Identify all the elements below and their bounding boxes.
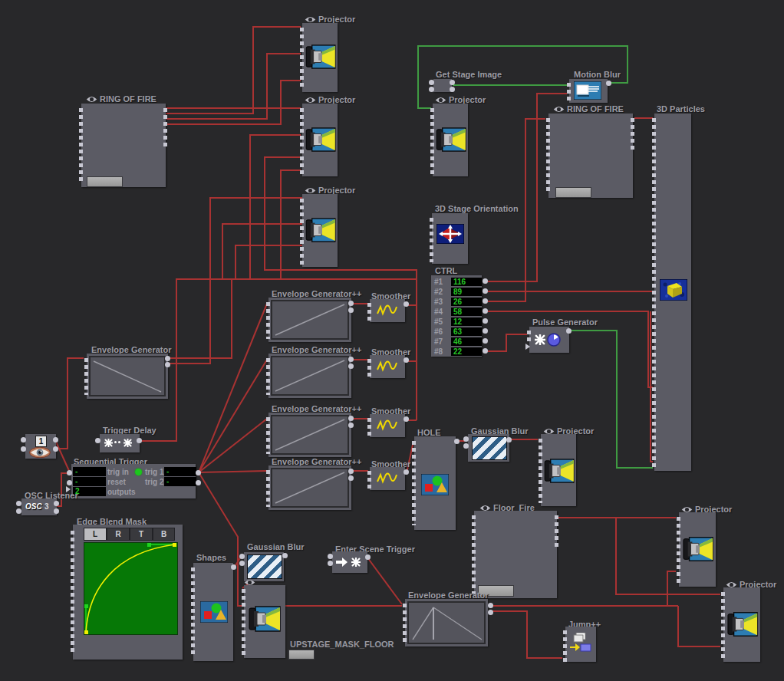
node-smoother-3[interactable] <box>370 414 405 437</box>
output-port[interactable] <box>483 278 488 284</box>
node-edge-blend-mask[interactable]: L R T B <box>73 525 183 660</box>
input-ports[interactable] <box>367 416 372 436</box>
ctrl-channel-value[interactable]: 26 <box>451 298 482 306</box>
node-envelope-generator-pp-2[interactable] <box>268 354 351 398</box>
input-ports[interactable] <box>299 26 305 90</box>
trig-in-value[interactable]: - <box>73 467 106 476</box>
output-port[interactable] <box>54 508 59 514</box>
node-osc-listener[interactable]: OSC 3 <box>21 498 57 515</box>
input-ports[interactable] <box>562 629 568 662</box>
node-sequential-trigger[interactable]: - trig in trig 1 - - reset trig 2 - 2 ou… <box>71 464 196 498</box>
output-port[interactable] <box>231 564 236 570</box>
node-3d-stage-orientation[interactable] <box>432 213 468 264</box>
output-port[interactable] <box>365 554 371 560</box>
output-port[interactable] <box>165 356 170 361</box>
input-ports[interactable] <box>367 301 372 321</box>
input-port[interactable] <box>429 80 434 85</box>
node-hole[interactable] <box>414 436 456 530</box>
trig2-value[interactable]: - <box>164 477 196 486</box>
input-ports[interactable] <box>545 117 551 193</box>
output-port[interactable] <box>454 439 460 444</box>
node-scene-number[interactable]: 1 <box>25 434 56 459</box>
blend-curve-editor[interactable] <box>84 542 178 635</box>
node-floor-fire[interactable] <box>474 511 557 598</box>
node-projector-3[interactable] <box>302 194 338 267</box>
input-ports[interactable] <box>190 566 196 656</box>
osc-channel-value[interactable]: 3 <box>44 502 49 512</box>
input-ports[interactable] <box>78 107 84 181</box>
ctrl-channel-value[interactable]: 22 <box>451 347 482 356</box>
envelope-graph[interactable] <box>89 356 166 396</box>
ctrl-channel-value[interactable]: 63 <box>451 327 482 336</box>
input-ports[interactable] <box>84 357 89 395</box>
input-ports[interactable] <box>402 602 407 643</box>
input-port[interactable] <box>16 508 21 514</box>
output-port[interactable] <box>483 308 488 314</box>
output-port[interactable] <box>348 423 354 428</box>
ctrl-channel-value[interactable]: 46 <box>451 337 482 346</box>
node-shapes[interactable] <box>193 563 233 661</box>
output-ports[interactable] <box>554 514 559 548</box>
output-port[interactable] <box>606 81 611 86</box>
output-port[interactable] <box>566 328 572 334</box>
output-port[interactable] <box>404 469 409 475</box>
output-port[interactable] <box>404 301 409 307</box>
envelope-graph[interactable] <box>271 300 349 340</box>
input-ports[interactable] <box>430 107 435 174</box>
patch-editor-canvas[interactable]: RING OF FIRE Projector Projector Project… <box>0 0 784 681</box>
input-ports[interactable] <box>299 197 305 265</box>
node-projector-4[interactable] <box>433 104 468 176</box>
node-jump-pp[interactable] <box>565 627 596 662</box>
node-enter-scene-trigger[interactable] <box>332 551 367 573</box>
node-smoother-1[interactable] <box>370 299 405 322</box>
output-port[interactable] <box>53 446 58 452</box>
input-ports[interactable] <box>265 469 271 507</box>
tab-bottom[interactable]: B <box>153 528 175 541</box>
tab-right[interactable]: R <box>107 528 130 541</box>
trigger-input-port[interactable] <box>525 344 530 350</box>
output-port[interactable] <box>348 308 354 313</box>
input-port[interactable] <box>239 561 245 566</box>
input-port[interactable] <box>67 480 72 485</box>
node-envelope-generator-bottom[interactable] <box>405 599 488 646</box>
input-ports[interactable] <box>70 529 75 655</box>
input-ports[interactable] <box>429 216 434 262</box>
envelope-graph[interactable] <box>271 356 349 396</box>
input-ports[interactable] <box>526 329 532 342</box>
input-port[interactable] <box>463 443 469 449</box>
node-projector-6[interactable] <box>679 512 716 587</box>
output-port[interactable] <box>348 301 354 306</box>
input-port[interactable] <box>21 446 26 452</box>
output-port[interactable] <box>506 437 512 442</box>
ctrl-channel-value[interactable]: 12 <box>451 317 482 326</box>
output-port[interactable] <box>348 416 354 421</box>
output-port[interactable] <box>483 338 488 344</box>
node-pulse-generator[interactable] <box>529 327 569 353</box>
node-envelope-generator-pp-3[interactable] <box>268 413 351 457</box>
input-port[interactable] <box>328 554 333 559</box>
tab-top[interactable]: T <box>130 528 153 541</box>
input-port[interactable] <box>239 554 245 559</box>
output-ports[interactable] <box>630 117 635 150</box>
input-port[interactable] <box>21 437 26 442</box>
node-envelope-generator-pp-4[interactable] <box>268 466 351 510</box>
output-port[interactable] <box>483 318 488 324</box>
ctrl-channel-value[interactable]: 58 <box>451 308 482 316</box>
input-ports[interactable] <box>566 81 572 101</box>
input-port[interactable] <box>67 470 72 475</box>
input-port[interactable] <box>429 87 434 92</box>
output-port[interactable] <box>483 328 488 334</box>
input-ports[interactable] <box>471 514 476 594</box>
output-port[interactable] <box>348 364 354 369</box>
node-ctrl[interactable]: #1 116 #2 89 #3 26 #4 58 #5 12 #6 63 #7 … <box>431 275 482 357</box>
output-port[interactable] <box>348 469 354 474</box>
input-ports[interactable] <box>651 117 657 468</box>
input-port[interactable] <box>463 436 469 442</box>
envelope-graph[interactable] <box>407 601 486 644</box>
scene-number-value[interactable]: 1 <box>35 436 47 447</box>
trig1-value[interactable]: - <box>164 467 196 476</box>
node-envelope-generator-left[interactable] <box>87 354 168 399</box>
node-projector-1[interactable] <box>302 23 338 92</box>
output-port[interactable] <box>483 348 488 354</box>
output-port[interactable] <box>450 87 455 92</box>
